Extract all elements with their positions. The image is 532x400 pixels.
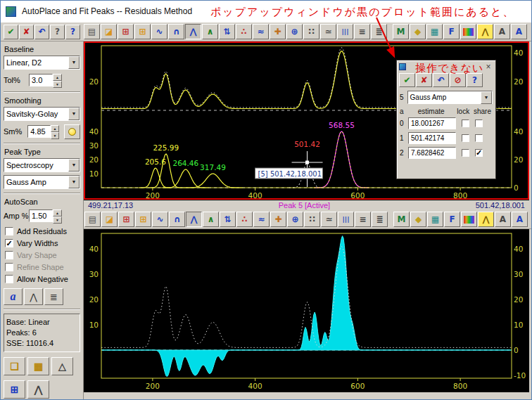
palette-button[interactable]: ▦ [426, 24, 443, 39]
highlight-button[interactable]: ◆ [410, 212, 426, 227]
smooth-mode-button[interactable]: ∩ [169, 212, 185, 227]
baseline-select[interactable]: Linear, D2 ▼ [4, 56, 80, 70]
lock-checkbox[interactable] [462, 134, 469, 142]
print-button[interactable]: ▤ [84, 24, 100, 39]
highlight-button[interactable]: ◆ [410, 24, 426, 39]
popup-disable-button[interactable]: ⊘ [450, 73, 466, 87]
popup-undo-button[interactable]: ↶ [433, 73, 449, 87]
format-button[interactable]: F [444, 212, 460, 227]
checkbox[interactable] [5, 227, 13, 236]
crosshair-button[interactable]: ⊕ [286, 24, 303, 39]
close-icon[interactable]: × [483, 63, 493, 71]
table-view-button[interactable]: ≣ [372, 212, 388, 227]
chevron-down-icon[interactable]: ▼ [68, 108, 80, 120]
numeric-button[interactable]: ⊞ [4, 380, 25, 399]
chevron-down-icon[interactable]: ▼ [68, 176, 80, 188]
font-button[interactable]: A [511, 24, 527, 39]
list-view-button[interactable]: ≡ [355, 212, 371, 227]
undo-button[interactable]: ↶ [34, 25, 49, 39]
share-checkbox[interactable] [475, 120, 483, 127]
amp-spinner[interactable]: ▲▼ [53, 209, 62, 222]
save-button[interactable]: ▦ [27, 357, 49, 375]
overlay-view-button[interactable]: ≃ [321, 212, 337, 227]
help-button[interactable]: ? [65, 25, 80, 39]
peak-markers-button[interactable]: ∴ [236, 24, 252, 39]
export-button[interactable]: ❏ [4, 357, 25, 375]
peak-place-button[interactable]: ∧ [203, 212, 219, 227]
checkbox[interactable] [5, 275, 13, 283]
peak-graph-button[interactable]: ⋀ [24, 288, 43, 305]
popup-ok-button[interactable]: ✔ [399, 73, 415, 87]
rainbow-button[interactable] [461, 212, 477, 227]
peak-place-button[interactable]: ∧ [202, 24, 218, 39]
peak-model-select[interactable]: Gauss Amp ▼ [4, 175, 80, 189]
sm-input[interactable]: 4.85 [27, 125, 51, 138]
param-estimate-input[interactable]: 501.42174 [408, 132, 456, 144]
font-button[interactable]: A [512, 212, 528, 227]
checkbox[interactable]: ✓ [5, 239, 13, 247]
param-estimate-input[interactable]: 18.001267 [408, 117, 456, 129]
annotation-button[interactable]: A [494, 24, 510, 39]
lock-checkbox[interactable] [462, 120, 469, 127]
cancel-button[interactable]: ✘ [19, 25, 34, 39]
import-graph-button[interactable]: ⊞ [135, 212, 151, 227]
import-sheet-button[interactable]: ⊞ [118, 212, 134, 227]
magic-fit-button[interactable]: ✚ [270, 24, 286, 39]
popup-cancel-button[interactable]: ✘ [416, 73, 432, 87]
peak-family-select[interactable]: Spectroscopy ▼ [4, 158, 80, 172]
peak-label-button[interactable]: a [4, 288, 23, 305]
table-view-button[interactable]: ≣ [371, 24, 387, 39]
find-button[interactable]: M [393, 24, 409, 39]
smoothing-select[interactable]: Savitsky-Golay ▼ [4, 107, 80, 121]
fit-compare-button[interactable]: ≈ [253, 212, 270, 227]
overlay-view-button[interactable]: ≃ [320, 24, 336, 39]
scatter-view-button[interactable]: ∷ [303, 24, 319, 39]
open-button[interactable]: ◪ [101, 212, 118, 227]
scatter-view-button[interactable]: ∷ [304, 212, 320, 227]
hint-button[interactable] [64, 124, 80, 139]
peak-fit-mode-button[interactable]: ⋀ [186, 212, 202, 227]
peak-markers-button[interactable]: ∴ [236, 212, 253, 227]
fit-compare-button[interactable]: ≈ [253, 24, 269, 39]
mini-graph-button[interactable]: ⋀ [478, 212, 494, 227]
sort-updown-button[interactable]: ⇅ [219, 24, 235, 39]
palette-button[interactable]: ▦ [427, 212, 443, 227]
tol-input[interactable]: 3.0 [29, 74, 53, 86]
param-estimate-input[interactable]: 7.6828462 [408, 147, 456, 159]
chevron-down-icon[interactable]: ▼ [68, 159, 80, 172]
option-allow-negative[interactable]: Allow Negative [4, 273, 80, 285]
amp-input[interactable]: 1.50 [29, 209, 53, 222]
baseline-mode-button[interactable]: ∿ [152, 212, 168, 227]
tol-spinner[interactable]: ▲▼ [53, 74, 62, 86]
rainbow-button[interactable] [460, 24, 476, 39]
graph-template-button[interactable]: △ [51, 357, 73, 375]
curve-page-button[interactable]: ⋀ [27, 380, 49, 399]
find-button[interactable]: M [393, 212, 410, 227]
option-add-residuals[interactable]: Add Residuals [4, 225, 80, 237]
sort-updown-button[interactable]: ⇅ [220, 212, 236, 227]
chevron-down-icon[interactable]: ▼ [481, 91, 492, 104]
list-view-button[interactable]: ≡ [354, 24, 370, 39]
smooth-mode-button[interactable]: ∩ [168, 24, 184, 39]
format-button[interactable]: F [443, 24, 460, 39]
open-button[interactable]: ◪ [101, 24, 117, 39]
mini-graph-button[interactable]: ⋀ [477, 24, 493, 39]
ok-button[interactable]: ✔ [4, 25, 18, 39]
baseline-mode-button[interactable]: ∿ [151, 24, 167, 39]
peak-list-button[interactable]: ≣ [44, 288, 63, 305]
print-button[interactable]: ▤ [84, 212, 101, 227]
bars-view-button[interactable]: ||| [338, 212, 354, 227]
sm-spinner[interactable]: ▲▼ [51, 125, 59, 138]
popup-help-button[interactable]: ? [467, 73, 483, 87]
lock-checkbox[interactable] [462, 149, 469, 157]
popup-model-select[interactable]: Gauss Amp ▼ [407, 91, 493, 104]
share-checkbox[interactable] [475, 134, 483, 142]
import-sheet-button[interactable]: ⊞ [118, 24, 134, 39]
crosshair-button[interactable]: ⊕ [287, 212, 303, 227]
peak-fit-mode-button[interactable]: ⋀ [185, 24, 201, 39]
option-vary-widths[interactable]: ✓Vary Widths [4, 237, 80, 249]
bottom-plot[interactable]: 20040060080010203040-10010203040 [84, 229, 529, 392]
review-button[interactable]: ? [50, 25, 65, 39]
share-checkbox[interactable]: ✓ [475, 149, 483, 157]
bars-view-button[interactable]: ||| [337, 24, 353, 39]
